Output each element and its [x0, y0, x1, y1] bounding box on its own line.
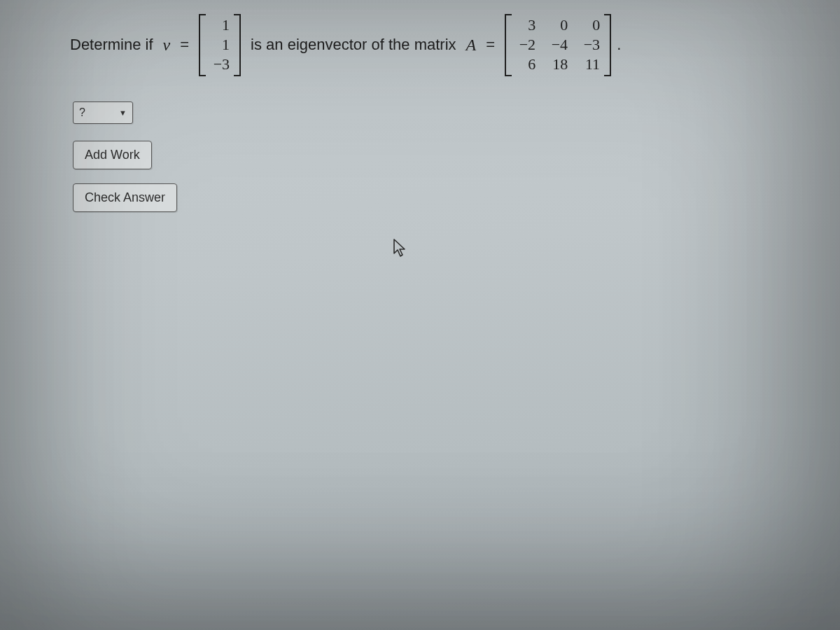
A-entry: 18 — [548, 56, 568, 73]
eq-2: = — [486, 36, 495, 54]
A-entry: 0 — [580, 17, 600, 34]
answer-placeholder: ? — [79, 106, 85, 119]
add-work-button[interactable]: Add Work — [73, 141, 152, 169]
v-entry: 1 — [210, 17, 230, 34]
text-middle: is an eigenvector of the matrix — [251, 36, 456, 54]
A-entry: 11 — [580, 56, 600, 73]
v-entry: 1 — [210, 36, 230, 53]
vector-v: 1 1 −3 — [199, 14, 241, 76]
answer-select[interactable]: ? ▼ — [73, 102, 133, 124]
A-entry: −3 — [580, 36, 600, 53]
check-answer-button[interactable]: Check Answer — [73, 183, 177, 212]
matrix-A: 3 0 0 −2 −4 −3 6 18 11 — [505, 14, 611, 76]
var-v: v — [163, 36, 171, 55]
eq-1: = — [180, 36, 189, 54]
chevron-down-icon: ▼ — [119, 108, 127, 117]
period: . — [617, 36, 621, 54]
A-entry: 3 — [516, 17, 536, 34]
problem-statement: Determine if v = 1 1 −3 is an eigenvecto… — [70, 14, 812, 76]
v-entry: −3 — [210, 56, 230, 73]
cursor-icon — [392, 238, 407, 258]
A-entry: −4 — [548, 36, 568, 53]
A-entry: 0 — [548, 17, 568, 34]
A-entry: −2 — [516, 36, 536, 53]
var-A: A — [466, 36, 477, 55]
text-prefix: Determine if — [70, 36, 153, 54]
A-entry: 6 — [516, 56, 536, 73]
